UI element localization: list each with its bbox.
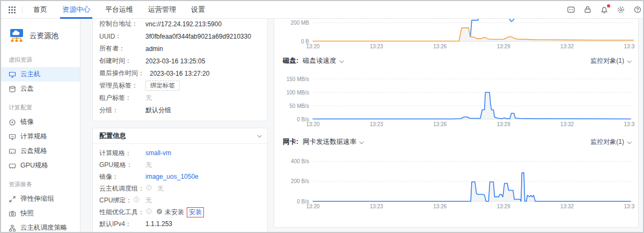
bell-icon[interactable] [600,5,609,14]
image-link[interactable]: image_uos_1050e [145,173,199,180]
nav-item-platform-ops[interactable]: 平台运维 [98,1,141,19]
help-icon[interactable] [633,5,642,14]
sidebar-item-compute-spec[interactable]: 计算规格 [1,129,80,144]
sidebar-item-image[interactable]: 镜像 [1,115,80,129]
uuid-value: 3f0fbfeaa0f344fab9021a69d9210330 [145,33,251,40]
info-icon[interactable] [134,196,140,204]
basic-info-card: 控制台地址： vnc://172.24.192.213:5900 UUID： 3… [92,19,268,121]
gear-icon[interactable] [617,5,625,14]
sidebar-item-label: 云主机调度策略 [20,223,68,232]
sidebar-item-autoscaling-group[interactable]: 弹性伸缩组 [1,192,80,206]
bind-tag-button[interactable]: 绑定标签 [145,81,180,91]
notification-badge [607,4,610,8]
sidebar-item-label: 云盘规格 [20,147,47,156]
disk-monitor-object-dropdown[interactable]: 监控对象(1) [590,56,624,65]
nav-divider [22,6,23,13]
chevron-down-icon[interactable] [257,133,261,137]
sched-group-value: 无 [157,184,164,193]
field-label: 云主机调度组 [99,184,138,193]
svg-text:150 MB/s: 150 MB/s [287,76,309,82]
top-nav: 首页 资源中心 平台运维 运营管理 设置 [1,1,643,19]
svg-text:13:23: 13:23 [370,203,383,209]
disk-metric-dropdown[interactable]: 磁盘读速度 [303,56,336,65]
svg-text:13:20: 13:20 [306,121,319,127]
detail-row-perf-tool: 性能优化工具： 未安装 安装 [99,206,262,218]
info-icon[interactable] [146,185,152,192]
nic-monitor-object-dropdown[interactable]: 监控对象(1) [590,137,624,147]
svg-text:13:26: 13:26 [433,121,447,127]
svg-text:13:23: 13:23 [370,43,383,49]
svg-text:13:26: 13:26 [433,203,447,209]
sidebar-item-label: 云主机 [20,70,41,79]
config-card-header[interactable]: 配置信息 [93,128,267,144]
detail-row-create-time: 创建时间： 2023-03-16 13:25:05 [99,55,262,67]
monitoring-panel: 200 MB0 B13:2013:2313:2613:2913:3213:35 … [274,19,643,232]
sidebar: 云资源池 虚拟资源 云主机 云盘 计算配置 镜像 计算规格 云 [1,19,80,232]
apps-grid-icon[interactable] [9,6,16,13]
install-link[interactable]: 安装 [187,207,204,217]
svg-text:200 B/s: 200 B/s [291,178,309,184]
field-label: CPU绑定 [99,196,126,205]
sidebar-item-disk-spec[interactable]: 云盘规格 [1,144,80,158]
detail-row-tenant-tag: 租户标签： 无 [99,92,262,104]
detail-row-ipv6: 默认IPv6： 无 [99,230,262,232]
sidebar-item-label: 云盘 [20,84,34,93]
field-label: 最后操作时间 [99,69,138,78]
last-op-time-value: 2023-03-16 13:27:20 [150,70,209,77]
nav-item-operation-mgmt[interactable]: 运营管理 [141,1,184,19]
svg-text:13:35: 13:35 [624,43,635,49]
nav-item-home[interactable]: 首页 [26,1,55,19]
field-label: 计算规格 [99,149,125,158]
compute-spec-link[interactable]: small-vm [145,149,171,157]
nav-item-settings[interactable]: 设置 [184,1,213,19]
monitor-icon [9,133,16,141]
detail-row-gpu-spec: GPU规格： 无 [99,159,262,171]
sidebar-item-gpu-spec[interactable]: GPU规格 [1,158,80,173]
ipv4-value: 1.1.1.253 [145,220,172,228]
disk-read-chart: 150 MB/s100 MB/s50 MB/s0 B/s13:2013:2313… [282,69,632,129]
product-logo: 云资源池 [1,26,80,48]
field-label: 所有者 [99,44,119,53]
chevron-down-icon[interactable] [627,140,631,144]
field-label: 性能优化工具 [99,208,138,217]
monitoring-card: 200 MB0 B13:2013:2313:2613:2913:3213:35 … [274,19,639,228]
sidebar-item-scheduling-policy[interactable]: 云主机调度策略 [1,221,80,232]
config-card-title: 配置信息 [99,132,254,141]
svg-text:13:29: 13:29 [497,43,510,49]
detail-row-group: 分组： 默认分组 [99,104,262,116]
field-label: 默认IPv4 [99,220,125,229]
scale-arrows-icon [9,195,16,203]
chevron-down-icon[interactable] [627,59,631,63]
nic-metric-dropdown[interactable]: 网卡发送数据速率 [303,137,356,147]
chevron-down-icon[interactable] [339,59,343,63]
nav-item-resource-center[interactable]: 资源中心 [55,1,98,19]
svg-text:13:32: 13:32 [560,203,574,209]
nic-send-chart: 400 B/s200 B/s0 B/s13:2013:2313:2613:291… [282,150,632,211]
message-icon[interactable] [567,5,575,14]
sidebar-item-cloud-host[interactable]: 云主机 [1,67,80,82]
svg-text:200 MB: 200 MB [291,20,310,26]
detail-row-sched-group: 云主机调度组： 无 [99,183,262,194]
info-icon[interactable] [146,208,152,216]
section-label-virtual-resources: 虚拟资源 [1,48,80,67]
svg-text:400 B/s: 400 B/s [291,158,309,164]
sidebar-item-label: 弹性伸缩组 [20,194,54,203]
sidebar-item-cloud-disk[interactable]: 云盘 [1,82,80,96]
field-label: UUID [99,33,115,40]
disk-chart-header: 磁盘: 磁盘读速度 监控对象(1) [283,56,631,65]
ipv6-value: 无 [145,231,152,232]
lock-icon[interactable] [583,5,592,14]
detail-row-compute-spec: 计算规格： small-vm [99,147,262,159]
sidebar-item-snapshot[interactable]: 快照 [1,206,80,221]
owner-value: admin [145,45,163,53]
cpu-pin-value: 无 [145,196,152,205]
sidebar-item-label: GPU规格 [20,161,48,170]
field-label: 分组 [99,106,112,115]
app-window: 首页 资源中心 平台运维 运营管理 设置 [0,0,644,233]
field-label: 创建时间 [99,56,125,65]
cloud-pool-icon [9,28,25,43]
detail-row-image: 镜像： image_uos_1050e [99,171,262,183]
config-info-card: 配置信息 计算规格： small-vm GPU规格： 无 镜像： image_u… [92,128,268,232]
detail-row-cpu-pin: CPU绑定： 无 [99,194,262,206]
chevron-down-icon[interactable] [360,140,364,144]
